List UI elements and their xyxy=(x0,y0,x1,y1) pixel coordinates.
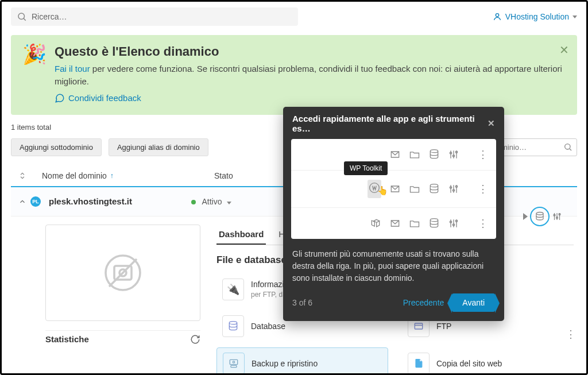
user-menu[interactable]: VHosting Solution xyxy=(493,12,577,21)
tour-next-button[interactable]: Avanti xyxy=(452,293,495,312)
svg-rect-13 xyxy=(231,365,237,367)
tile-backup[interactable]: Backup e ripristino xyxy=(216,347,388,376)
banner-title: Questo è l'Elenco dinamico xyxy=(55,44,566,59)
tool-row: WP Toolkit 👆 ⋮ xyxy=(291,171,496,208)
database-icon[interactable] xyxy=(428,183,440,195)
svg-point-2 xyxy=(496,14,498,17)
search-placeholder: Ricerca… xyxy=(32,12,67,21)
global-search[interactable]: Ricerca… xyxy=(11,7,298,26)
col-domain-header[interactable]: Nome del dominio ↑ xyxy=(42,171,203,180)
svg-point-0 xyxy=(18,13,25,20)
stats-title: Statistiche xyxy=(45,334,89,344)
tour-prev-button[interactable]: Precedente xyxy=(403,298,444,307)
svg-rect-12 xyxy=(230,359,237,364)
tour-close[interactable]: ✕ xyxy=(488,118,495,129)
database-icon xyxy=(535,211,545,222)
folder-icon[interactable] xyxy=(409,183,420,195)
svg-rect-10 xyxy=(415,323,422,329)
svg-point-22 xyxy=(430,150,438,153)
sliders-icon[interactable] xyxy=(448,218,459,229)
search-icon xyxy=(563,142,572,152)
announcement-banner: 🎉 Questo è l'Elenco dinamico Fai il tour… xyxy=(11,35,577,115)
site-preview xyxy=(45,225,200,321)
plug-icon: 🔌 xyxy=(222,279,244,300)
kebab-icon[interactable]: ⋮ xyxy=(478,217,488,230)
svg-point-30 xyxy=(430,184,438,187)
sort-asc-icon: ↑ xyxy=(110,172,114,180)
database-icon[interactable] xyxy=(428,218,440,229)
kebab-icon[interactable]: ⋮ xyxy=(478,183,488,195)
chevron-down-icon xyxy=(227,202,231,204)
search-icon xyxy=(17,11,27,22)
banner-close[interactable]: ✕ xyxy=(559,43,569,57)
tour-link[interactable]: Fai il tour xyxy=(55,64,90,74)
add-subdomain-button[interactable]: Aggiungi sottodominio xyxy=(11,138,102,156)
no-image-icon xyxy=(102,252,144,293)
mail-icon[interactable] xyxy=(389,183,401,195)
add-alias-button[interactable]: Aggiungi alias di dominio xyxy=(109,138,208,156)
chevron-updown-icon xyxy=(18,172,26,180)
expand-tools-icon[interactable] xyxy=(523,213,528,220)
svg-line-1 xyxy=(24,18,25,20)
database-icon xyxy=(222,315,244,337)
tool-row: ⋮ xyxy=(291,208,496,239)
svg-point-9 xyxy=(229,321,237,324)
mail-icon[interactable] xyxy=(389,218,401,229)
svg-line-4 xyxy=(570,149,571,150)
svg-point-3 xyxy=(565,144,570,149)
tool-row: ⋮ xyxy=(291,139,496,171)
folder-icon[interactable] xyxy=(409,149,420,160)
cursor-icon: 👆 xyxy=(377,185,388,196)
state-cell[interactable]: Attivo xyxy=(191,196,272,207)
tour-title: Accedi rapidamente alle app e agli strum… xyxy=(292,114,488,133)
col-state-header[interactable]: Stato xyxy=(214,171,295,180)
wp-toolkit-tooltip: WP Toolkit xyxy=(344,161,388,175)
kebab-icon[interactable]: ⋮ xyxy=(478,148,488,161)
svg-point-14 xyxy=(233,361,234,362)
sliders-icon[interactable] xyxy=(552,211,562,222)
refresh-icon[interactable] xyxy=(190,334,200,345)
laravel-icon[interactable] xyxy=(370,218,381,229)
svg-point-15 xyxy=(536,212,543,215)
feedback-link[interactable]: Condividi feedback xyxy=(55,93,141,103)
svg-point-37 xyxy=(430,219,438,222)
folder-icon[interactable] xyxy=(409,218,420,229)
tab-dashboard[interactable]: Dashboard xyxy=(216,225,266,245)
copy-icon xyxy=(408,353,430,374)
chat-icon xyxy=(55,93,65,103)
database-tool-circle[interactable] xyxy=(530,207,550,226)
active-dot-icon xyxy=(191,200,196,204)
sliders-icon[interactable] xyxy=(448,183,459,195)
tile-copy[interactable]: Copia del sito web xyxy=(402,347,574,376)
tour-step: 3 of 6 xyxy=(292,298,312,307)
tour-description: Gli strumenti più comunemente usati si t… xyxy=(283,239,504,290)
user-name: VHosting Solution xyxy=(505,12,569,21)
sliders-icon[interactable] xyxy=(448,149,459,160)
party-icon: 🎉 xyxy=(22,44,47,106)
banner-text: Fai il tour per vedere come funziona. Se… xyxy=(55,63,566,88)
backup-icon xyxy=(223,353,245,374)
row-kebab[interactable]: ⋮ xyxy=(566,328,576,341)
domain-name: plesk.vhostingtest.it xyxy=(49,196,132,206)
mail-icon[interactable] xyxy=(389,149,401,160)
user-icon xyxy=(493,12,502,21)
domain-search[interactable] xyxy=(495,138,577,156)
expand-all[interactable] xyxy=(14,172,30,180)
database-icon[interactable] xyxy=(428,149,440,160)
chevron-up-icon[interactable] xyxy=(18,198,26,206)
plesk-badge: PL xyxy=(30,196,41,207)
tour-popup: Accedi rapidamente alle app e agli strum… xyxy=(283,107,504,321)
chevron-down-icon xyxy=(572,16,577,18)
